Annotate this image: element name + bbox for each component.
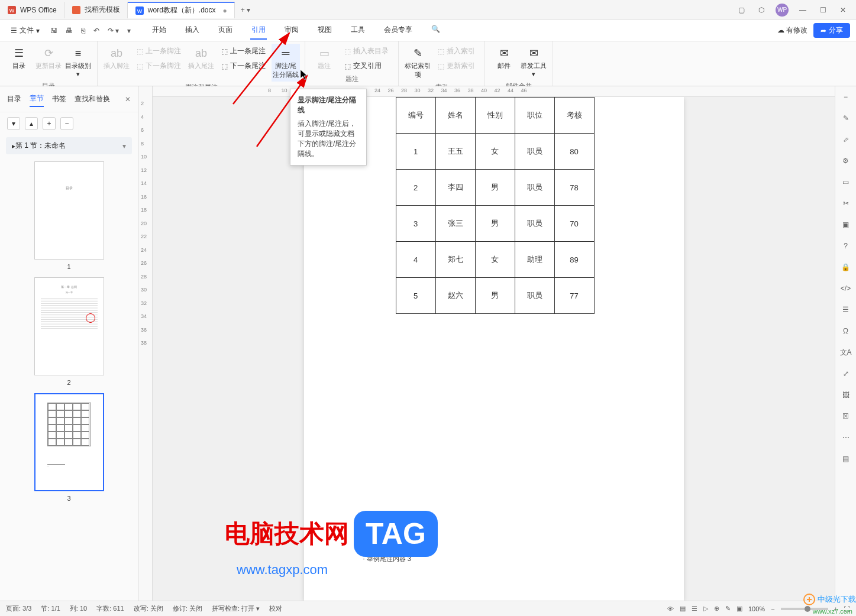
- table-cell[interactable]: 70: [554, 206, 594, 242]
- table-cell[interactable]: 职员: [515, 134, 554, 170]
- minimize-button[interactable]: —: [797, 4, 809, 16]
- app-icon-1[interactable]: ▢: [735, 4, 747, 16]
- image-icon[interactable]: 🖼: [840, 389, 852, 401]
- zoom-value[interactable]: 100%: [748, 605, 765, 612]
- data-table[interactable]: 编号姓名性别职位考核1王五女职员802李四男职员783张三男职员704郑七女助理…: [396, 97, 595, 314]
- nav-tool-remove[interactable]: −: [60, 117, 73, 130]
- ribbon-button[interactable]: ✉群发工具 ▾: [519, 44, 548, 80]
- menu-tab-member[interactable]: 会员专享: [383, 21, 414, 40]
- table-header-cell[interactable]: 姓名: [435, 98, 475, 134]
- table-cell[interactable]: 1: [396, 134, 435, 170]
- sb-change[interactable]: 改写: 关闭: [134, 604, 163, 613]
- cursor-icon[interactable]: ⬀: [840, 134, 852, 145]
- share-button[interactable]: ➦ 分享: [813, 23, 850, 38]
- close-button[interactable]: ✕: [837, 4, 849, 16]
- table-cell[interactable]: 89: [554, 242, 594, 278]
- nav-tab-find[interactable]: 查找和替换: [75, 92, 110, 106]
- code-icon[interactable]: </>: [840, 283, 852, 294]
- sb-track[interactable]: 修订: 关闭: [173, 604, 202, 613]
- maximize-button[interactable]: ☐: [817, 4, 829, 16]
- sb-section[interactable]: 节: 1/1: [41, 604, 60, 613]
- ribbon-button[interactable]: ≡目录级别 ▾: [64, 44, 92, 80]
- ribbon-button[interactable]: ✎标记索引项: [403, 44, 432, 82]
- table-cell[interactable]: 2: [396, 170, 435, 206]
- sb-page[interactable]: 页面: 3/3: [6, 604, 31, 613]
- table-header-cell[interactable]: 职位: [515, 98, 554, 134]
- table-cell[interactable]: 职员: [515, 206, 554, 242]
- more-icon[interactable]: ⋯: [840, 432, 852, 443]
- menu-tab-tools[interactable]: 工具: [350, 21, 366, 40]
- help-icon[interactable]: ?: [840, 240, 852, 252]
- zoom-slider[interactable]: [781, 608, 828, 610]
- ribbon-button[interactable]: ☰目录: [5, 44, 33, 73]
- table-cell[interactable]: 男: [475, 278, 515, 314]
- table-cell[interactable]: 80: [554, 134, 594, 170]
- table-cell[interactable]: 78: [554, 170, 594, 206]
- ribbon-button[interactable]: ═脚注/尾注分隔线: [272, 44, 300, 82]
- nav-tool-add[interactable]: +: [43, 117, 56, 130]
- menu-tab-insert[interactable]: 插入: [184, 21, 201, 40]
- table-cell[interactable]: 郑七: [435, 242, 475, 278]
- sb-words[interactable]: 字数: 611: [96, 604, 124, 613]
- sb-proof[interactable]: 校对: [269, 604, 282, 613]
- table-cell[interactable]: 张三: [435, 206, 475, 242]
- lock-icon[interactable]: 🔒: [840, 261, 852, 273]
- table-header-cell[interactable]: 考核: [554, 98, 594, 134]
- table-cell[interactable]: 4: [396, 242, 435, 278]
- view-outline-icon[interactable]: ☰: [692, 605, 697, 612]
- undo-icon[interactable]: ↶: [92, 25, 101, 36]
- tab-document[interactable]: W word教程（新）.docx ●: [128, 2, 235, 18]
- minus-icon[interactable]: −: [840, 91, 852, 103]
- nav-close-icon[interactable]: ✕: [125, 95, 131, 103]
- ribbon-small-button[interactable]: ⬚ 下一条尾注: [219, 60, 268, 72]
- tab-close-icon[interactable]: ●: [223, 7, 227, 15]
- tab-add-button[interactable]: + ▾: [235, 6, 256, 14]
- table-header-cell[interactable]: 性别: [475, 98, 515, 134]
- menu-tab-page[interactable]: 页面: [217, 21, 234, 40]
- chart-icon[interactable]: ☒: [840, 410, 852, 422]
- table-cell[interactable]: 77: [554, 278, 594, 314]
- pencil-icon[interactable]: ✎: [840, 112, 852, 124]
- print-icon[interactable]: 🖶: [64, 25, 74, 36]
- nav-tab-chapters[interactable]: 章节: [30, 91, 44, 107]
- settings-icon[interactable]: ⚙: [840, 155, 852, 167]
- translate-icon[interactable]: 文A: [840, 346, 852, 358]
- nav-section-header[interactable]: ▸ 第 1 节：未命名 ▾: [6, 137, 132, 154]
- view-read-icon[interactable]: ▷: [703, 605, 708, 612]
- tools-icon[interactable]: ✂: [840, 197, 852, 209]
- ribbon-button[interactable]: ✉邮件: [490, 44, 518, 73]
- view-fullscreen-icon[interactable]: ▣: [737, 605, 742, 612]
- list-icon[interactable]: ☰: [840, 304, 852, 316]
- print-preview-icon[interactable]: ⎘: [80, 25, 86, 36]
- table-cell[interactable]: 女: [475, 134, 515, 170]
- ribbon-small-button[interactable]: ⬚ 上一条尾注: [219, 45, 268, 57]
- zoom-out-icon[interactable]: −: [771, 605, 774, 612]
- table-row[interactable]: 5赵六男职员77: [396, 278, 594, 314]
- table-row[interactable]: 1王五女职员80: [396, 134, 594, 170]
- nav-tool-down[interactable]: ▾: [7, 117, 20, 130]
- track-changes-indicator[interactable]: ☁ 有修改: [777, 25, 807, 35]
- app-icon-2[interactable]: ⬡: [755, 4, 767, 16]
- nav-tab-bookmarks[interactable]: 书签: [52, 92, 66, 106]
- table-cell[interactable]: 3: [396, 206, 435, 242]
- table-row[interactable]: 2李四男职员78: [396, 170, 594, 206]
- expand-icon[interactable]: ⤢: [840, 368, 852, 380]
- user-avatar[interactable]: WP: [776, 4, 789, 17]
- menu-tab-start[interactable]: 开始: [151, 21, 167, 40]
- page-icon[interactable]: ▤: [840, 453, 852, 465]
- sb-col[interactable]: 列: 10: [70, 604, 87, 613]
- table-cell[interactable]: 职员: [515, 278, 554, 314]
- table-cell[interactable]: 王五: [435, 134, 475, 170]
- table-cell[interactable]: 助理: [515, 242, 554, 278]
- table-row[interactable]: 4郑七女助理89: [396, 242, 594, 278]
- sb-spell[interactable]: 拼写检查: 打开 ▾: [212, 604, 260, 613]
- ribbon-small-button[interactable]: ⬚ 交叉引用: [342, 60, 391, 72]
- redo-icon[interactable]: ↷ ▾: [106, 25, 120, 36]
- table-cell[interactable]: 李四: [435, 170, 475, 206]
- table-cell[interactable]: 女: [475, 242, 515, 278]
- bookmark-icon[interactable]: ▣: [840, 219, 852, 231]
- qat-dropdown-icon[interactable]: ▾: [126, 25, 132, 36]
- table-cell[interactable]: 男: [475, 206, 515, 242]
- menu-tab-view[interactable]: 视图: [316, 21, 333, 40]
- screen-icon[interactable]: ▭: [840, 176, 852, 188]
